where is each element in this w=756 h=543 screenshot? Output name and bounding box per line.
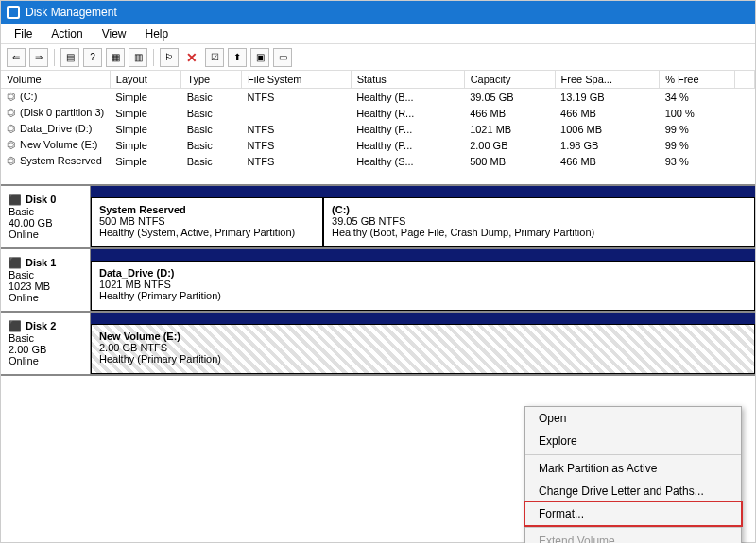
cell-pct: 99 % (660, 121, 735, 137)
ctx-mark-active[interactable]: Mark Partition as Active (525, 457, 741, 480)
volume-row[interactable]: (C:)SimpleBasicNTFSHealthy (B...39.05 GB… (1, 89, 755, 106)
cell-cap: 466 MB (464, 105, 555, 121)
cell-status: Healthy (R... (351, 105, 464, 121)
toolbar: ⇐ ⇒ ▤ ? ▦ ▥ 🏳 ✕ ☑ ⬆ ▣ ▭ (1, 44, 755, 71)
ctx-separator (525, 527, 741, 528)
cell-layout: Simple (110, 153, 181, 169)
help-icon[interactable]: ? (83, 48, 102, 67)
col-status[interactable]: Status (351, 71, 464, 89)
disk-row: Disk 1Basic1023 MBOnlineData_Drive (D:)1… (1, 249, 755, 313)
menu-view[interactable]: View (93, 25, 136, 42)
cell-pct: 34 % (660, 89, 735, 106)
cell-free: 466 MB (555, 105, 660, 121)
cell-type: Basic (181, 153, 242, 169)
cell-pct: 99 % (660, 137, 735, 153)
cell-type: Basic (181, 89, 242, 106)
cell-status: Healthy (P... (351, 121, 464, 137)
cell-free: 1006 MB (555, 121, 660, 137)
col-free-spa-[interactable]: Free Spa... (555, 71, 660, 89)
cell-name: New Volume (E:) (1, 137, 110, 153)
cell-name: (C:) (1, 89, 110, 106)
cell-type: Basic (181, 105, 242, 121)
cell-cap: 2.00 GB (464, 137, 555, 153)
toolbar-icon-2[interactable]: ▦ (106, 48, 125, 67)
ctx-separator (525, 454, 741, 455)
disk-row: Disk 0Basic40.00 GBOnlineSystem Reserved… (1, 186, 755, 249)
col-type[interactable]: Type (181, 71, 242, 89)
cell-cap: 500 MB (464, 153, 555, 169)
cell-layout: Simple (110, 105, 181, 121)
menu-file[interactable]: File (5, 25, 42, 42)
app-title: Disk Management (26, 6, 117, 19)
cell-name: (Disk 0 partition 3) (1, 105, 110, 121)
toolbar-icon-8[interactable]: ▭ (273, 48, 292, 67)
col-file-system[interactable]: File System (242, 71, 352, 89)
col-volume[interactable]: Volume (1, 71, 110, 89)
toolbar-icon-5[interactable]: ☑ (205, 48, 224, 67)
cell-cap: 39.05 GB (464, 89, 555, 106)
toolbar-icon-6[interactable]: ⬆ (228, 48, 247, 67)
col-layout[interactable]: Layout (110, 71, 181, 89)
col--free[interactable]: % Free (660, 71, 735, 89)
toolbar-icon-1[interactable]: ▤ (60, 48, 79, 67)
menu-help[interactable]: Help (136, 25, 179, 42)
back-button[interactable]: ⇐ (7, 48, 26, 67)
forward-button[interactable]: ⇒ (29, 48, 48, 67)
disk-stripe (91, 313, 755, 324)
col-capacity[interactable]: Capacity (464, 71, 555, 89)
toolbar-separator (153, 49, 154, 66)
disk-row: Disk 2Basic2.00 GBOnlineNew Volume (E:)2… (1, 313, 755, 376)
menu-action[interactable]: Action (42, 25, 92, 42)
cell-fs (242, 105, 352, 121)
disk-label[interactable]: Disk 0Basic40.00 GBOnline (1, 186, 91, 247)
ctx-extend[interactable]: Extend Volume... (525, 530, 741, 543)
cell-fs: NTFS (242, 153, 352, 169)
cell-pct: 100 % (660, 105, 735, 121)
cell-status: Healthy (S... (351, 153, 464, 169)
toolbar-separator (54, 49, 55, 66)
partition[interactable]: System Reserved500 MB NTFSHealthy (Syste… (91, 197, 323, 247)
cell-name: Data_Drive (D:) (1, 121, 110, 137)
cell-fs: NTFS (242, 89, 352, 106)
volume-row[interactable]: New Volume (E:)SimpleBasicNTFSHealthy (P… (1, 137, 755, 153)
toolbar-icon-3[interactable]: ▥ (129, 48, 147, 67)
partition[interactable]: (C:)39.05 GB NTFSHealthy (Boot, Page Fil… (323, 197, 755, 247)
partition[interactable]: New Volume (E:)2.00 GB NTFSHealthy (Prim… (91, 324, 755, 374)
cell-type: Basic (181, 121, 242, 137)
volume-row[interactable]: System ReservedSimpleBasicNTFSHealthy (S… (1, 153, 755, 169)
disk-map: Disk 0Basic40.00 GBOnlineSystem Reserved… (1, 184, 755, 376)
volume-row[interactable]: (Disk 0 partition 3)SimpleBasicHealthy (… (1, 105, 755, 121)
cell-fs: NTFS (242, 137, 352, 153)
cell-layout: Simple (110, 121, 181, 137)
title-bar: Disk Management (1, 1, 755, 24)
cell-free: 466 MB (555, 153, 660, 169)
cell-pct: 93 % (660, 153, 735, 169)
partition[interactable]: Data_Drive (D:)1021 MB NTFSHealthy (Prim… (91, 261, 755, 311)
toolbar-icon-4[interactable]: 🏳 (160, 48, 179, 67)
cell-free: 13.19 GB (555, 89, 660, 106)
delete-icon[interactable]: ✕ (182, 48, 201, 67)
ctx-open[interactable]: Open (525, 407, 741, 430)
cell-free: 1.98 GB (555, 137, 660, 153)
toolbar-icon-7[interactable]: ▣ (250, 48, 269, 67)
ctx-change-letter[interactable]: Change Drive Letter and Paths... (525, 480, 741, 502)
cell-layout: Simple (110, 137, 181, 153)
disk-stripe (91, 186, 755, 197)
cell-cap: 1021 MB (464, 121, 555, 137)
disk-label[interactable]: Disk 1Basic1023 MBOnline (1, 249, 91, 311)
ctx-explore[interactable]: Explore (525, 430, 741, 452)
cell-status: Healthy (P... (351, 137, 464, 153)
volume-table: VolumeLayoutTypeFile SystemStatusCapacit… (1, 71, 755, 169)
cell-name: System Reserved (1, 153, 110, 169)
ctx-format[interactable]: Format... (525, 502, 741, 525)
cell-layout: Simple (110, 89, 181, 106)
cell-type: Basic (181, 137, 242, 153)
volume-row[interactable]: Data_Drive (D:)SimpleBasicNTFSHealthy (P… (1, 121, 755, 137)
context-menu: Open Explore Mark Partition as Active Ch… (524, 406, 742, 543)
cell-fs: NTFS (242, 121, 352, 137)
cell-status: Healthy (B... (351, 89, 464, 106)
app-icon (7, 6, 20, 19)
menu-bar: File Action View Help (1, 24, 755, 44)
disk-label[interactable]: Disk 2Basic2.00 GBOnline (1, 313, 91, 374)
disk-stripe (91, 249, 755, 261)
